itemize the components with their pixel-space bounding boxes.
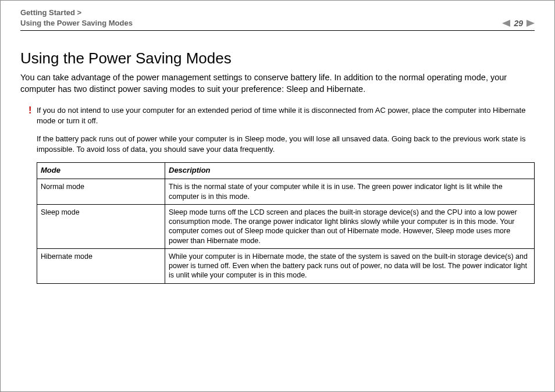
prev-page-icon[interactable]: [502, 20, 510, 27]
mode-cell: Normal mode: [37, 179, 165, 205]
next-page-icon[interactable]: [526, 20, 535, 27]
svg-marker-1: [526, 20, 535, 27]
desc-cell: This is the normal state of your compute…: [165, 179, 535, 205]
mode-cell: Hibernate mode: [37, 248, 165, 283]
page-title: Using the Power Saving Modes: [20, 49, 535, 67]
table-header-row: Mode Description: [37, 163, 535, 179]
svg-marker-0: [502, 20, 510, 27]
mode-cell: Sleep mode: [37, 204, 165, 248]
intro-paragraph: You can take advantage of the power mana…: [20, 72, 535, 95]
breadcrumb: Getting Started > Using the Power Saving…: [20, 8, 133, 28]
page-number: 29: [514, 19, 523, 28]
breadcrumb-line-1: Getting Started >: [20, 8, 133, 18]
table-head-mode: Mode: [37, 163, 165, 179]
desc-cell: Sleep mode turns off the LCD screen and …: [165, 204, 535, 248]
modes-table: Mode Description Normal mode This is the…: [37, 162, 535, 283]
page-header: Getting Started > Using the Power Saving…: [20, 8, 535, 31]
alert-text-1: If you do not intend to use your compute…: [37, 105, 532, 126]
table-row: Hibernate mode While your computer is in…: [37, 248, 535, 283]
page-nav: 29: [502, 19, 535, 28]
alert-icon: !: [29, 104, 31, 117]
alert-text-2: If the battery pack runs out of power wh…: [37, 134, 532, 154]
table-head-desc: Description: [165, 163, 535, 179]
alert-block: ! If you do not intend to use your compu…: [37, 105, 532, 154]
table-row: Sleep mode Sleep mode turns off the LCD …: [37, 204, 535, 248]
desc-cell: While your computer is in Hibernate mode…: [165, 248, 535, 283]
breadcrumb-line-2: Using the Power Saving Modes: [20, 18, 133, 28]
table-row: Normal mode This is the normal state of …: [37, 179, 535, 205]
